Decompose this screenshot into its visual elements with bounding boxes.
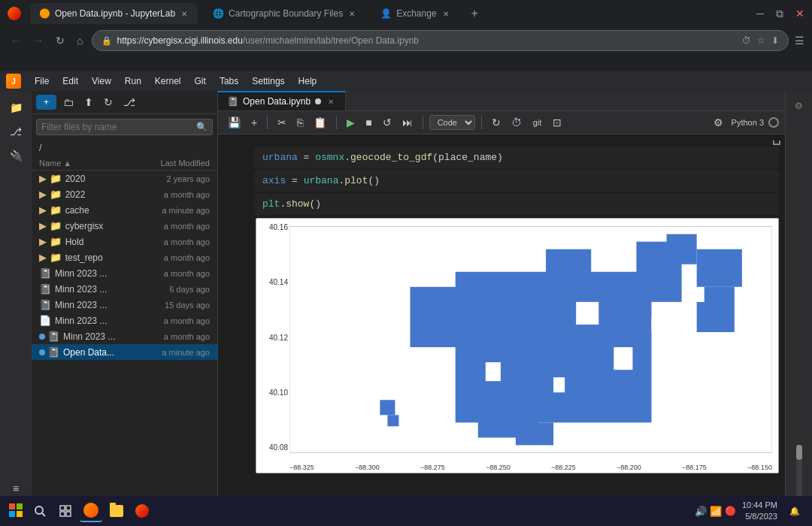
column-name-header[interactable]: Name ▲ (39, 159, 135, 168)
list-item[interactable]: 📄 Minn 2023 ... a month ago (32, 313, 217, 328)
start-button[interactable] (6, 500, 26, 522)
git-files-button[interactable]: ⎇ (120, 94, 139, 110)
notebook-icon: 📓 (39, 268, 51, 279)
list-item[interactable]: 📓 Minn 2023 ... a month ago (32, 265, 217, 281)
list-item[interactable]: ▶ 📁 cybergisx a month ago (32, 218, 217, 234)
home-button[interactable]: ⌂ (74, 32, 86, 50)
download-icon[interactable]: ⬇ (771, 35, 779, 46)
scroll-indicator-up[interactable] (773, 141, 780, 145)
taskbar-file-explorer[interactable] (105, 500, 128, 522)
tab2-close[interactable]: ✕ (347, 8, 356, 20)
taskbar-browser-button[interactable] (80, 500, 102, 522)
minimize-button[interactable]: ─ (756, 8, 764, 20)
list-item[interactable]: 📓 Minn 2023 ... 6 days ago (32, 281, 217, 297)
notebook-tab-close[interactable]: ✕ (326, 96, 336, 107)
scrollbar-thumb[interactable] (796, 445, 802, 460)
right-sidebar-settings[interactable]: ⚙ (790, 97, 808, 115)
menu-edit[interactable]: Edit (56, 74, 84, 89)
svg-rect-16 (387, 415, 398, 426)
new-folder-button[interactable]: 🗀 (59, 94, 77, 110)
code-cell-1[interactable]: urbana = osmnx.geocode_to_gdf(place_name… (224, 147, 779, 168)
copy-button[interactable]: ⎘ (293, 114, 307, 131)
restart-button[interactable]: ↺ (379, 114, 395, 131)
settings-button[interactable]: ⚙ (710, 114, 727, 131)
address-bar[interactable]: 🔒 https://cybergisx.cigi.illinois.edu/us… (92, 30, 789, 51)
menu-run[interactable]: Run (119, 74, 147, 89)
tab1-label: Open Data.ipynb - JupyterLab (55, 8, 175, 19)
list-item[interactable]: ▶ 📁 2022 a month ago (32, 186, 217, 202)
save-button[interactable]: 💾 (224, 114, 244, 131)
notebook-tab-icon: 📓 (227, 96, 238, 107)
list-item[interactable]: ▶ 📁 test_repo a month ago (32, 249, 217, 265)
add-cell-button[interactable]: + (247, 114, 261, 131)
taskbar-firefox[interactable] (131, 500, 153, 522)
list-item[interactable]: 📓 Minn 2023 ... a month ago (32, 328, 217, 344)
menu-git[interactable]: Git (189, 74, 212, 89)
extensions-icon[interactable]: ☰ (795, 35, 804, 47)
taskbar-clock[interactable]: 10:44 PM 5/8/2023 (742, 500, 777, 523)
unsaved-dot (39, 349, 45, 355)
search-box[interactable]: 🔍 (36, 119, 213, 135)
taskbar-search[interactable] (29, 500, 51, 522)
code-cell-3[interactable]: plt.show() (224, 193, 779, 215)
git-toolbar-button[interactable]: git (529, 116, 547, 128)
cell-type-select[interactable]: Code (429, 115, 475, 130)
history-icon[interactable]: ⏱ (742, 35, 751, 46)
sidebar-icon-extension[interactable]: 🔌 (5, 145, 26, 166)
notebook-tab-open-data[interactable]: 📓 Open Data.ipynb ✕ (218, 91, 346, 110)
menu-settings[interactable]: Settings (246, 74, 290, 89)
close-button[interactable]: ✕ (795, 8, 804, 20)
menu-help[interactable]: Help (292, 74, 323, 89)
bookmark-star-icon[interactable]: ☆ (757, 35, 765, 46)
list-item[interactable]: 📓 Minn 2023 ... 15 days ago (32, 297, 217, 313)
back-button[interactable]: ← (8, 32, 24, 50)
sidebar-icon-folder[interactable]: 📁 (5, 97, 26, 118)
restart-run-button[interactable]: ⏭ (398, 114, 417, 131)
tab3-close[interactable]: ✕ (441, 8, 450, 20)
list-item[interactable]: ▶ 📁 cache a minute ago (32, 202, 217, 218)
list-item[interactable]: ▶ 📁 Hold a month ago (32, 234, 217, 249)
tab-exchange[interactable]: 👤 Exchange ✕ (371, 3, 459, 24)
upload-button[interactable]: ⬆ (80, 94, 97, 110)
unsaved-dot (39, 334, 45, 340)
layout-button[interactable]: ⊡ (549, 114, 565, 131)
tab1-close[interactable]: ✕ (180, 8, 189, 20)
stop-button[interactable]: ■ (362, 114, 375, 131)
tray-volume-icon[interactable]: 📶 (710, 506, 722, 517)
time-button[interactable]: ⏱ (508, 114, 526, 131)
list-item[interactable]: 📓 Open Data... a minute ago (32, 344, 217, 360)
tray-security-icon[interactable]: 🔴 (725, 506, 736, 516)
list-item[interactable]: ▶ 📁 2020 2 years ago (32, 171, 217, 186)
column-modified-header[interactable]: Last Modified (135, 159, 210, 168)
tab-jupyterlab[interactable]: 🟠 Open Data.ipynb - JupyterLab ✕ (30, 3, 198, 24)
new-file-button[interactable]: + (36, 95, 56, 110)
cell-content-1[interactable]: urbana = osmnx.geocode_to_gdf(place_name… (254, 147, 779, 168)
cell-content-2[interactable]: axis = urbana.plot() (254, 170, 779, 192)
search-input[interactable] (41, 122, 196, 132)
new-tab-button[interactable]: + (465, 4, 484, 23)
cell-code-2: axis = urbana.plot() (262, 175, 771, 186)
menu-kernel[interactable]: Kernel (149, 74, 187, 89)
run-button[interactable]: ▶ (343, 114, 359, 131)
tray-network-icon[interactable]: 🔊 (695, 506, 707, 517)
menu-tabs[interactable]: Tabs (214, 74, 244, 89)
taskbar-task-view[interactable] (54, 500, 77, 522)
file-modified: 6 days ago (135, 285, 210, 294)
sidebar-icon-git[interactable]: ⎇ (5, 121, 26, 142)
refresh-files-button[interactable]: ↻ (100, 94, 117, 110)
forward-button[interactable]: → (30, 32, 47, 50)
breadcrumb-root[interactable]: / (39, 143, 41, 153)
refresh-button[interactable]: ↻ (53, 32, 68, 50)
cut-button[interactable]: ✂ (274, 114, 290, 131)
menu-view[interactable]: View (86, 74, 117, 89)
code-cell-2[interactable]: axis = urbana.plot() (224, 170, 779, 192)
refresh-kernel-button[interactable]: ↻ (488, 114, 504, 131)
cell-content-3[interactable]: plt.show() (254, 193, 779, 215)
notification-button[interactable]: 🔔 (783, 500, 806, 522)
restore-button[interactable]: ⧉ (776, 8, 783, 20)
folder-icon: ▶ 📁 (39, 220, 62, 231)
notebook-area[interactable]: urbana = osmnx.geocode_to_gdf(place_name… (218, 135, 785, 526)
menu-file[interactable]: File (29, 74, 55, 89)
paste-button[interactable]: 📋 (310, 114, 330, 131)
tab-cartographic[interactable]: 🌐 Cartographic Boundary Files ✕ (204, 3, 365, 24)
